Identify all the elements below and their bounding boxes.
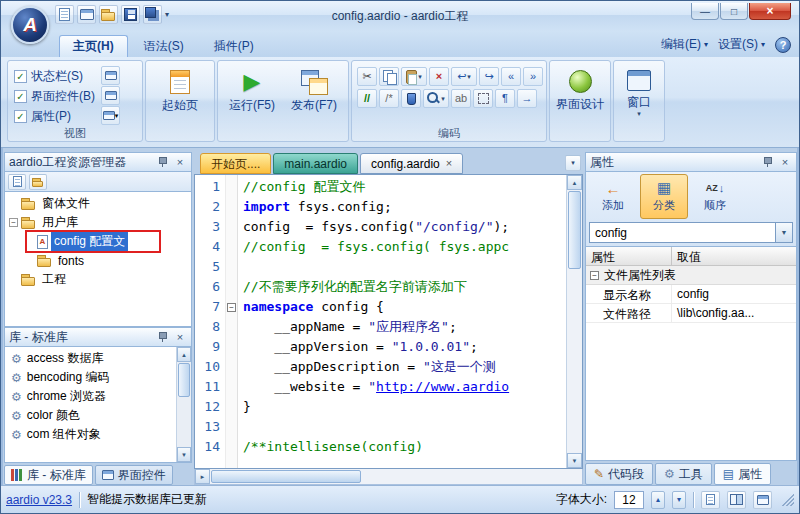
resize-grip[interactable] — [781, 493, 794, 506]
code-line[interactable]: __appName = "应用程序名"; — [243, 317, 566, 337]
checkbox-properties[interactable]: ✓ 属性(P) — [14, 106, 95, 126]
panel-close-button[interactable]: × — [778, 155, 792, 169]
tree-item[interactable]: fonts — [5, 251, 191, 270]
bookmark-button[interactable] — [401, 89, 421, 108]
minimize-button[interactable]: — — [691, 3, 719, 20]
checkbox-ui-controls[interactable]: ✓ 界面控件(B) — [14, 86, 95, 106]
code-line[interactable]: /**intellisense(config) — [243, 437, 566, 457]
library-scrollbar[interactable]: ▲ ▼ — [176, 347, 191, 462]
tab-close-icon[interactable]: × — [446, 158, 452, 169]
property-group-row[interactable]: − 文件属性列表 — [586, 266, 796, 285]
code-line[interactable]: import fsys.config; — [243, 197, 566, 217]
word-wrap-toggle[interactable] — [701, 491, 720, 509]
property-row[interactable]: 文件路径 \lib\config.aa... — [586, 304, 796, 323]
tab-properties[interactable]: ▤ 属性 — [714, 463, 771, 485]
open-button[interactable] — [99, 5, 118, 24]
pin-button[interactable] — [155, 330, 169, 344]
tab-syntax[interactable]: 语法(S) — [130, 35, 198, 57]
scrollbar-thumb[interactable] — [568, 191, 581, 269]
publish-button[interactable]: 发布(F7) — [285, 62, 343, 138]
tree-item[interactable]: config 配置文 — [5, 232, 191, 251]
panel-close-button[interactable]: × — [173, 155, 187, 169]
editor-hscrollbar[interactable]: ◄ ► — [194, 469, 583, 485]
collapse-icon[interactable]: − — [590, 271, 599, 280]
library-item[interactable]: ⚙access 数据库 — [7, 349, 175, 368]
start-page-button[interactable]: 起始页 — [151, 62, 209, 138]
help-button[interactable]: ? — [775, 37, 791, 53]
copy-button[interactable] — [379, 67, 399, 86]
column-header-value[interactable]: 取值 — [672, 247, 796, 266]
explorer-new-file-button[interactable] — [8, 174, 26, 190]
cut-button[interactable]: ✂ — [357, 67, 377, 86]
fullscreen-toggle[interactable] — [753, 491, 772, 509]
tab-standard-library[interactable]: 库 - 标准库 — [4, 465, 93, 485]
undo-button[interactable]: ↩▾ — [451, 67, 477, 86]
find-button[interactable]: ▾ — [423, 89, 449, 108]
library-item[interactable]: ⚙bencoding 编码 — [7, 368, 175, 387]
code-line[interactable]: //config 配置文件 — [243, 177, 566, 197]
scroll-down-button[interactable]: ▼ — [567, 453, 582, 468]
scrollbar-thumb[interactable] — [211, 470, 361, 483]
tab-home[interactable]: 主页(H) — [59, 35, 128, 57]
font-size-up-button[interactable]: ▴ — [651, 491, 665, 509]
menu-edit[interactable]: 编辑(E) ▾ — [661, 36, 708, 53]
code-line[interactable] — [243, 417, 566, 437]
tab-ui-controls[interactable]: 界面控件 — [95, 465, 173, 485]
word-wrap-button[interactable]: ¶ — [495, 89, 515, 108]
scrollbar-thumb[interactable] — [178, 363, 190, 397]
new-file-button[interactable] — [55, 5, 74, 24]
property-row[interactable]: 显示名称 config — [586, 285, 796, 304]
tab-main-aardio[interactable]: main.aardio — [273, 153, 358, 174]
scroll-up-button[interactable]: ▲ — [177, 347, 191, 362]
editor-vscrollbar[interactable]: ▲ ▼ — [566, 175, 582, 468]
scroll-down-button[interactable]: ▼ — [177, 447, 191, 462]
indent-button[interactable]: » — [523, 67, 543, 86]
pin-button[interactable] — [760, 155, 774, 169]
font-size-input[interactable]: 12 — [614, 491, 644, 509]
library-item[interactable]: ⚙chrome 浏览器 — [7, 387, 175, 406]
maximize-button[interactable]: □ — [720, 3, 748, 20]
code-line[interactable]: __website = "http://www.aardio — [243, 377, 566, 397]
tab-code-snippets[interactable]: ✎ 代码段 — [585, 463, 653, 485]
tab-config-aardio[interactable]: config.aardio × — [360, 153, 463, 174]
tab-tools[interactable]: ⚙ 工具 — [655, 463, 712, 485]
code-line[interactable]: __appDescription = "这是一个测 — [243, 357, 566, 377]
code-line[interactable]: } — [243, 397, 566, 417]
tree-item[interactable]: −用户库 — [5, 213, 191, 232]
delete-button[interactable]: × — [429, 67, 449, 86]
code-line[interactable]: config = fsys.config("/config/"); — [243, 217, 566, 237]
object-combo[interactable]: config ▼ — [589, 222, 793, 243]
outdent-button[interactable]: « — [501, 67, 521, 86]
code-line[interactable]: __appVersion = "1.0.0.01"; — [243, 337, 566, 357]
redo-button[interactable]: ↪ — [479, 67, 499, 86]
scroll-up-button[interactable]: ▲ — [567, 175, 582, 190]
tree-item[interactable]: 窗体文件 — [5, 194, 191, 213]
menu-settings[interactable]: 设置(S) ▾ — [718, 36, 765, 53]
paste-button[interactable]: ▾ — [401, 67, 427, 86]
form-designer-button[interactable] — [77, 5, 96, 24]
code-lines[interactable]: //config 配置文件import fsys.config;config =… — [238, 175, 566, 468]
ui-design-button[interactable]: 界面设计 — [551, 62, 609, 138]
font-size-down-button[interactable]: ▾ — [672, 491, 686, 509]
checkbox-statusbar[interactable]: ✓ 状态栏(S) — [14, 66, 95, 86]
goto-button[interactable]: → — [517, 89, 537, 108]
panel-close-button[interactable]: × — [173, 330, 187, 344]
save-all-button[interactable] — [143, 5, 162, 24]
window-menu-button[interactable]: 窗口 ▾ — [615, 62, 663, 138]
tree-expander-icon[interactable]: − — [9, 218, 18, 227]
tab-plugins[interactable]: 插件(P) — [200, 35, 268, 57]
categorize-button[interactable]: ▦ 分类 — [640, 174, 688, 219]
version-link[interactable]: aardio v23.3 — [6, 493, 72, 507]
combo-dropdown-icon[interactable]: ▼ — [775, 223, 792, 242]
code-line[interactable]: //不需要序列化的配置名字前请添加下 — [243, 277, 566, 297]
explorer-new-folder-button[interactable] — [29, 174, 47, 190]
tree-item[interactable]: 工程 — [5, 270, 191, 289]
pin-button[interactable] — [155, 155, 169, 169]
comment-button[interactable]: // — [357, 89, 377, 108]
tab-list-dropdown[interactable]: ▾ — [565, 155, 581, 171]
uncomment-button[interactable]: /* — [379, 89, 399, 108]
run-button[interactable]: ▶ 运行(F5) — [223, 62, 281, 138]
qat-dropdown-icon[interactable]: ▾ — [165, 10, 169, 19]
fold-toggle[interactable]: − — [227, 303, 236, 312]
code-line[interactable] — [243, 257, 566, 277]
